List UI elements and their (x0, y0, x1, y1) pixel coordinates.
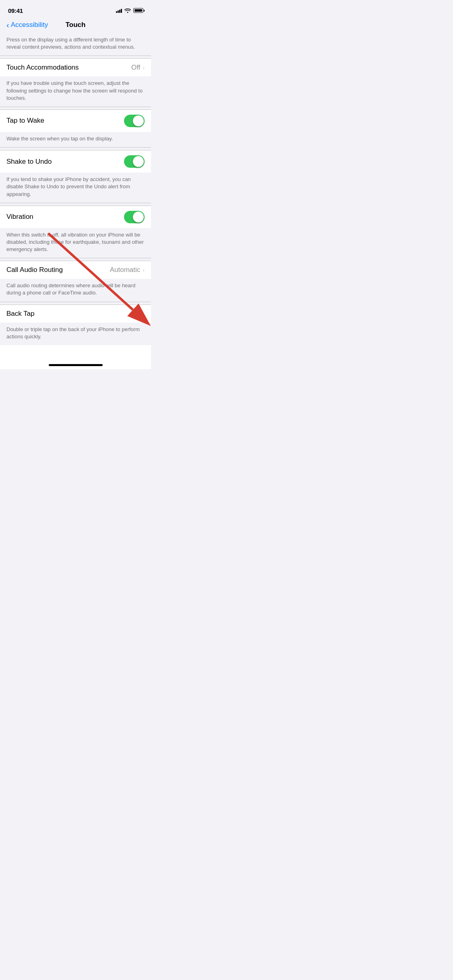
chevron-right-icon: › (143, 64, 145, 71)
shake-to-undo-desc: If you tend to shake your iPhone by acci… (0, 173, 151, 203)
tap-to-wake-label: Tap to Wake (6, 117, 44, 125)
section-divider-4 (0, 203, 151, 206)
back-tap-row[interactable]: Back Tap Off › (0, 305, 151, 323)
tap-to-wake-row[interactable]: Tap to Wake (0, 110, 151, 132)
status-time: 09:41 (8, 7, 23, 14)
vibration-label: Vibration (6, 213, 33, 221)
chevron-right-icon-2: › (143, 267, 145, 273)
section-divider-1 (0, 56, 151, 59)
call-audio-routing-group: Call Audio Routing Automatic › (0, 261, 151, 279)
section-divider-5 (0, 258, 151, 261)
signal-icon (116, 8, 122, 13)
back-tap-label: Back Tap (6, 310, 35, 318)
call-audio-routing-label: Call Audio Routing (6, 266, 63, 274)
touch-accommodations-group: Touch Accommodations Off › (0, 59, 151, 76)
touch-accommodations-label: Touch Accommodations (6, 64, 79, 72)
toggle-knob-2 (133, 156, 144, 167)
section-divider-3 (0, 147, 151, 150)
toggle-knob-3 (133, 212, 144, 222)
vibration-row[interactable]: Vibration (0, 206, 151, 228)
home-indicator-container (0, 345, 151, 369)
battery-icon (133, 8, 145, 13)
shake-to-undo-group: Shake to Undo (0, 150, 151, 173)
call-audio-routing-desc: Call audio routing determines where audi… (0, 279, 151, 301)
shake-to-undo-row[interactable]: Shake to Undo (0, 150, 151, 173)
touch-accommodations-desc: If you have trouble using the touch scre… (0, 76, 151, 107)
call-audio-routing-row[interactable]: Call Audio Routing Automatic › (0, 261, 151, 279)
back-label: Accessibility (11, 21, 48, 29)
page-title: Touch (66, 21, 86, 29)
status-bar: 09:41 (0, 0, 151, 18)
back-tap-group: Back Tap Off › (0, 305, 151, 323)
vibration-group: Vibration (0, 206, 151, 228)
back-chevron-icon: ‹ (6, 21, 9, 29)
back-tap-value: Off › (131, 310, 145, 318)
status-icons (116, 8, 145, 13)
tap-to-wake-desc: Wake the screen when you tap on the disp… (0, 132, 151, 147)
wifi-icon (124, 8, 131, 13)
call-audio-routing-value: Automatic › (110, 266, 145, 274)
chevron-right-icon-3: › (143, 311, 145, 317)
nav-header: ‹ Accessibility Touch (0, 18, 151, 33)
touch-accommodations-row[interactable]: Touch Accommodations Off › (0, 59, 151, 76)
home-indicator (49, 364, 103, 366)
shake-to-undo-toggle[interactable] (124, 155, 145, 168)
toggle-knob (133, 115, 144, 126)
vibration-toggle[interactable] (124, 211, 145, 223)
vibration-desc: When this switch is off, all vibration o… (0, 228, 151, 258)
top-description: Press on the display using a different l… (0, 33, 151, 56)
tap-to-wake-toggle[interactable] (124, 115, 145, 127)
back-tap-desc: Double or triple tap on the back of your… (0, 323, 151, 345)
shake-to-undo-label: Shake to Undo (6, 158, 52, 166)
section-divider-6 (0, 302, 151, 305)
touch-accommodations-value: Off › (131, 64, 145, 72)
tap-to-wake-group: Tap to Wake (0, 110, 151, 132)
back-button[interactable]: ‹ Accessibility (6, 21, 48, 29)
section-divider-2 (0, 107, 151, 110)
